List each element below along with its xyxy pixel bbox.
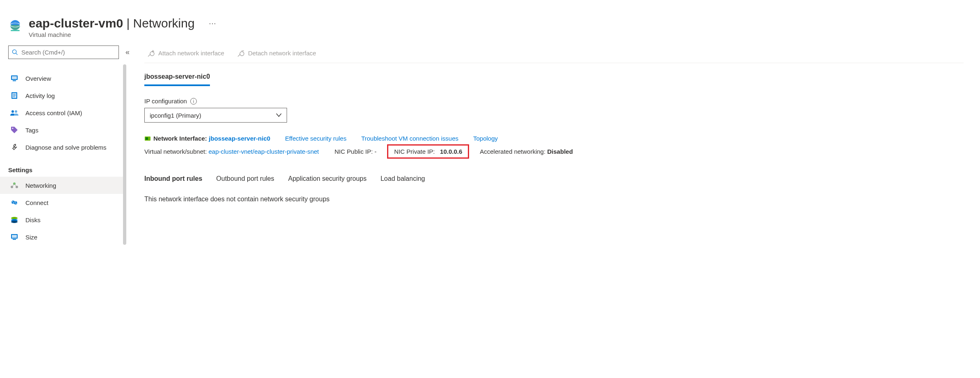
sidebar-item-label: Activity log bbox=[25, 92, 55, 99]
people-icon bbox=[10, 109, 19, 116]
nic-tab[interactable]: jbosseap-server-nic0 bbox=[144, 73, 210, 86]
private-ip-highlight: NIC Private IP: 10.0.0.6 bbox=[387, 144, 469, 159]
sidebar-item-disks[interactable]: Disks bbox=[8, 211, 128, 228]
svg-line-20 bbox=[14, 184, 17, 187]
sidebar-item-connect[interactable]: Connect bbox=[8, 194, 128, 211]
sidebar-item-label: Tags bbox=[25, 127, 39, 134]
monitor-icon bbox=[10, 75, 19, 82]
sidebar-item-label: Disks bbox=[25, 216, 41, 223]
search-icon bbox=[12, 49, 18, 55]
sidebar-item-networking[interactable]: Networking bbox=[0, 177, 125, 194]
ni-name-link[interactable]: jbosseap-server-nic0 bbox=[209, 135, 270, 142]
svg-point-15 bbox=[12, 128, 14, 129]
sidebar-item-label: Access control (IAM) bbox=[25, 109, 82, 116]
sidebar-group-settings: Settings bbox=[8, 163, 128, 177]
vnet-link[interactable]: eap-cluster-vnet/eap-cluster-private-sne… bbox=[208, 148, 319, 155]
sidebar-item-overview[interactable]: Overview bbox=[8, 70, 128, 87]
effective-rules-link[interactable]: Effective security rules bbox=[285, 135, 346, 142]
size-icon bbox=[10, 234, 19, 240]
empty-state-message: This network interface does not contain … bbox=[144, 196, 980, 203]
svg-rect-6 bbox=[12, 76, 17, 79]
info-icon[interactable]: i bbox=[190, 98, 197, 105]
accel-label: Accelerated networking: bbox=[480, 148, 545, 155]
chevron-down-icon bbox=[276, 113, 282, 117]
connect-icon bbox=[10, 199, 19, 206]
disks-icon bbox=[10, 216, 19, 223]
ip-config-value: ipconfig1 (Primary) bbox=[150, 112, 201, 119]
svg-point-29 bbox=[150, 52, 154, 56]
svg-line-34 bbox=[238, 54, 240, 57]
vm-icon bbox=[8, 19, 22, 33]
tab-load-balancing[interactable]: Load balancing bbox=[381, 175, 425, 184]
svg-line-30 bbox=[148, 54, 150, 57]
networking-icon bbox=[10, 182, 19, 189]
svg-point-3 bbox=[12, 50, 16, 53]
ip-config-label: IP configuration bbox=[144, 98, 187, 105]
sidebar-item-label: Overview bbox=[25, 75, 51, 82]
resource-type-label: Virtual machine bbox=[29, 31, 216, 38]
search-input[interactable] bbox=[21, 49, 115, 56]
ni-label: Network Interface: bbox=[153, 135, 207, 142]
tag-icon bbox=[10, 126, 19, 134]
sidebar-item-tags[interactable]: Tags bbox=[8, 121, 128, 139]
attach-nic-icon bbox=[147, 49, 155, 57]
vnet-label: Virtual network/subnet: bbox=[144, 148, 207, 155]
detach-nic-icon bbox=[237, 49, 245, 57]
svg-point-25 bbox=[11, 221, 18, 223]
ip-config-select[interactable]: ipconfig1 (Primary) bbox=[144, 108, 287, 123]
accel-value: Disabled bbox=[547, 148, 573, 155]
sidebar-item-size[interactable]: Size bbox=[8, 228, 128, 246]
topology-link[interactable]: Topology bbox=[473, 135, 498, 142]
svg-rect-27 bbox=[12, 235, 17, 238]
public-ip-label: NIC Public IP: bbox=[335, 148, 373, 155]
sidebar-item-label: Diagnose and solve problems bbox=[25, 144, 107, 151]
log-icon bbox=[10, 92, 19, 99]
troubleshoot-link[interactable]: Troubleshoot VM connection issues bbox=[361, 135, 458, 142]
private-ip-value: 10.0.0.6 bbox=[440, 148, 462, 155]
tab-asg[interactable]: Application security groups bbox=[288, 175, 367, 184]
attach-nic-button[interactable]: Attach network interface bbox=[144, 48, 227, 58]
sidebar-item-diagnose[interactable]: Diagnose and solve problems bbox=[8, 139, 128, 156]
svg-line-4 bbox=[16, 53, 18, 55]
page-title: eap-cluster-vm0 | Networking ⋯ bbox=[29, 16, 216, 30]
sidebar-item-label: Networking bbox=[25, 182, 56, 189]
search-input-wrapper[interactable] bbox=[8, 46, 119, 59]
sidebar-scrollbar[interactable] bbox=[123, 64, 126, 245]
more-icon[interactable]: ⋯ bbox=[205, 19, 216, 28]
wrench-icon bbox=[10, 143, 19, 151]
public-ip-value: - bbox=[374, 148, 376, 155]
detach-nic-button[interactable]: Detach network interface bbox=[234, 48, 319, 58]
svg-rect-7 bbox=[13, 80, 16, 81]
sidebar-item-label: Size bbox=[25, 234, 37, 241]
private-ip-label: NIC Private IP: bbox=[394, 148, 435, 155]
svg-point-33 bbox=[240, 52, 244, 56]
svg-point-13 bbox=[11, 110, 14, 113]
svg-rect-37 bbox=[146, 137, 148, 140]
nic-icon bbox=[144, 135, 151, 142]
tab-inbound[interactable]: Inbound port rules bbox=[144, 175, 202, 184]
svg-rect-28 bbox=[13, 239, 16, 240]
sidebar-item-label: Connect bbox=[25, 199, 48, 206]
tab-outbound[interactable]: Outbound port rules bbox=[216, 175, 274, 184]
sidebar-item-access-control[interactable]: Access control (IAM) bbox=[8, 104, 128, 121]
svg-point-14 bbox=[15, 110, 17, 113]
sidebar-item-activity-log[interactable]: Activity log bbox=[8, 87, 128, 104]
svg-line-19 bbox=[12, 184, 14, 187]
svg-rect-2 bbox=[11, 30, 20, 31]
